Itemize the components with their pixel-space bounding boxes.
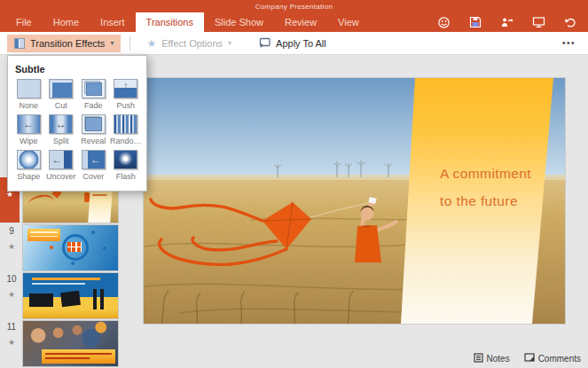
thumbnail-art [42, 349, 114, 364]
notes-button[interactable]: Notes [474, 353, 510, 364]
save-icon[interactable] [469, 16, 482, 28]
thumbnail-art [91, 231, 95, 234]
thumbnail-art [29, 294, 53, 307]
share-icon[interactable] [500, 16, 514, 28]
transition-effects-menu: Subtle None Cut Fade Push Wipe [7, 55, 147, 192]
thumbnail-art [50, 246, 53, 249]
comments-icon [524, 353, 535, 364]
transition-push-preview-icon [114, 79, 137, 98]
notes-icon [474, 353, 483, 364]
tab-file[interactable]: File [5, 12, 43, 32]
transition-option-random-bars[interactable]: Rando… [110, 114, 143, 145]
thumbnail-art [32, 278, 100, 280]
thumbnail-art [71, 262, 74, 265]
transition-option-shape[interactable]: Shape [12, 150, 45, 181]
transition-reveal-preview-icon [82, 114, 106, 134]
transition-uncover-preview-icon [49, 150, 73, 169]
slide-thumbnail-row-11: 11 ★ [0, 321, 124, 366]
transition-applied-star-icon: ★ [8, 242, 15, 251]
apply-to-all-icon [258, 37, 270, 50]
transition-none-preview-icon [17, 79, 41, 98]
transition-effects-icon [14, 38, 25, 49]
thumbnail-art [27, 229, 59, 241]
transitions-ribbon: Transition Effects ▾ ★ Effect Options ▾ … [0, 32, 588, 55]
effect-options-button: ★ Effect Options ▾ [139, 35, 239, 52]
slide-number: 10 [6, 274, 16, 284]
chevron-down-icon: ▾ [110, 39, 114, 47]
transition-random-bars-preview-icon [114, 114, 137, 134]
status-bar: Notes Comments [474, 353, 581, 364]
apply-to-all-button[interactable]: Apply To All [251, 34, 333, 53]
undo-icon[interactable] [564, 17, 577, 28]
slide-thumbnail-row-10: 10 ★ [0, 273, 124, 318]
slide-thumbnail-row-9: 9 ★ [0, 225, 124, 270]
transition-cover-preview-icon [82, 150, 106, 169]
transition-option-push[interactable]: Push [110, 79, 143, 110]
transition-option-uncover[interactable]: Uncover [45, 150, 78, 181]
transition-effects-button[interactable]: Transition Effects ▾ [7, 35, 121, 52]
current-slide[interactable]: A commitment to the future [144, 78, 565, 324]
tab-slide-show[interactable]: Slide Show [204, 12, 274, 32]
menu-section-header: Subtle [15, 64, 146, 74]
transitions-gallery: None Cut Fade Push Wipe Split [8, 79, 146, 181]
transition-split-preview-icon [49, 114, 73, 134]
thumbnail-art [93, 289, 97, 309]
transition-option-wipe[interactable]: Wipe [12, 114, 45, 145]
slide-number: 9 [9, 226, 14, 236]
slide-10-number-column: 10 ★ [0, 273, 23, 318]
document-title: Company Presentation [0, 3, 588, 11]
transition-wipe-preview-icon [17, 114, 41, 134]
transition-option-cover[interactable]: Cover [77, 150, 110, 181]
transition-option-split[interactable]: Split [45, 114, 78, 145]
transition-applied-star-icon: ★ [8, 290, 15, 299]
thumbnail-art [60, 291, 81, 308]
slide-title-text[interactable]: A commitment to the future [440, 160, 531, 215]
slide-9-thumbnail[interactable] [23, 225, 118, 270]
effect-options-label: Effect Options [161, 38, 223, 49]
titlebar-icon-group [437, 13, 577, 31]
transition-applied-star-icon: ★ [8, 338, 15, 347]
transition-flash-preview-icon [114, 150, 137, 169]
slide-9-number-column: 9 ★ [0, 225, 23, 270]
slide-11-thumbnail[interactable] [23, 321, 118, 366]
notes-label: Notes [487, 354, 510, 364]
tab-review[interactable]: Review [274, 12, 327, 32]
chevron-down-icon: ▾ [228, 39, 231, 47]
thumbnail-art [27, 194, 55, 206]
present-monitor-icon[interactable] [532, 16, 545, 28]
effect-options-star-icon: ★ [146, 39, 156, 48]
tab-insert[interactable]: Insert [90, 12, 136, 32]
transition-option-cut[interactable]: Cut [45, 79, 78, 110]
slide-11-number-column: 11 ★ [0, 321, 23, 366]
transition-shape-preview-icon [17, 150, 41, 169]
transition-fade-preview-icon [82, 79, 106, 98]
more-options-button[interactable]: ••• [562, 38, 576, 48]
ribbon-tabs: File Home Insert Transitions Slide Show … [5, 12, 370, 32]
slide-number: 11 [7, 322, 16, 332]
powerpoint-app: Company Presentation File Home Insert Tr… [0, 0, 588, 368]
tab-view[interactable]: View [327, 12, 370, 32]
slide-canvas-area: A commitment to the future [127, 55, 588, 368]
transition-option-flash[interactable]: Flash [110, 150, 143, 181]
tab-home[interactable]: Home [43, 12, 90, 32]
thumbnail-art [103, 247, 106, 250]
smiley-feedback-icon[interactable] [437, 16, 451, 29]
tab-transitions[interactable]: Transitions [136, 12, 204, 32]
comments-label: Comments [538, 354, 581, 364]
comments-button[interactable]: Comments [524, 353, 581, 364]
transition-option-none[interactable]: None [12, 79, 45, 110]
slide-thumbnail-panel: 8 ★ 9 ★ [0, 177, 124, 366]
transition-cut-preview-icon [49, 79, 73, 98]
ribbon-divider [129, 36, 130, 51]
transition-effects-label: Transition Effects [30, 38, 105, 49]
transition-option-reveal[interactable]: Reveal [77, 114, 110, 145]
transition-option-fade[interactable]: Fade [77, 79, 110, 110]
title-bar: Company Presentation File Home Insert Tr… [0, 0, 588, 32]
thumbnail-art [100, 289, 104, 309]
apply-to-all-label: Apply To All [276, 38, 326, 49]
thumbnail-art [32, 283, 85, 285]
slide-10-thumbnail[interactable] [23, 273, 118, 318]
slide-title-panel: A commitment to the future [401, 78, 553, 324]
thumbnail-art [67, 242, 82, 252]
